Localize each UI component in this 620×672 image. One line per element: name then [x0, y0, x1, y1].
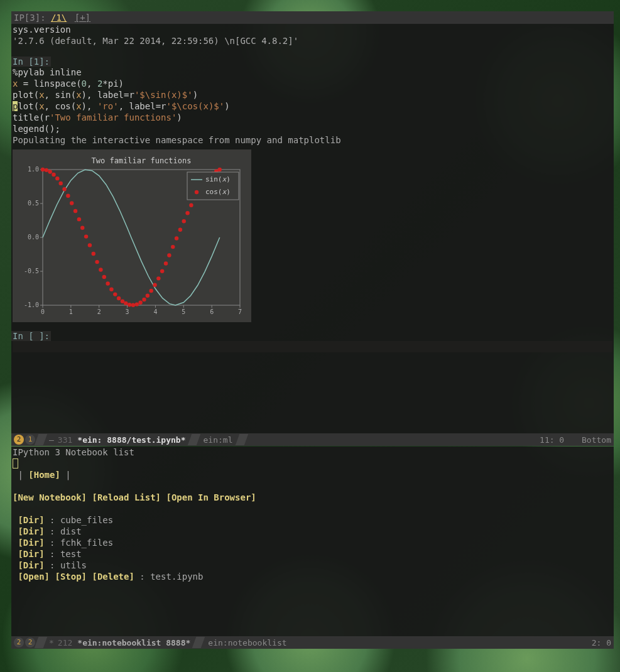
- list-item: [Dir] : fchk_files: [11, 537, 614, 548]
- svg-text:-0.5: -0.5: [24, 268, 39, 274]
- cell1-line2[interactable]: x = linspace(0, 2*pi): [11, 78, 614, 89]
- stop-link[interactable]: [Stop]: [55, 572, 87, 582]
- svg-point-35: [66, 194, 70, 198]
- svg-point-56: [142, 298, 146, 301]
- tab-add[interactable]: [+]: [75, 13, 90, 23]
- chart-svg: Two familiar functions01234567-1.0-0.50.…: [18, 154, 246, 318]
- svg-text:7: 7: [238, 308, 242, 315]
- cell0-output: '2.7.6 (default, Mar 22 2014, 22:59:56) …: [11, 35, 614, 46]
- svg-point-68: [185, 211, 189, 215]
- list-item: [Dir] : test: [11, 548, 614, 560]
- svg-text:-1.0: -1.0: [24, 301, 39, 308]
- svg-point-53: [131, 303, 135, 307]
- svg-text:Two familiar functions: Two familiar functions: [92, 156, 192, 165]
- cell0-input[interactable]: sys.version: [11, 24, 614, 35]
- svg-point-77: [218, 168, 222, 171]
- svg-point-60: [156, 276, 160, 280]
- open-browser-button[interactable]: [Open In Browser]: [166, 492, 256, 502]
- buffer-name: *ein:notebooklist 8888*: [77, 638, 190, 648]
- svg-point-32: [55, 176, 59, 180]
- svg-point-28: [41, 168, 45, 171]
- svg-point-34: [62, 187, 66, 191]
- ml-badge-1: 2: [14, 637, 24, 648]
- open-link[interactable]: [Open]: [18, 572, 50, 582]
- svg-point-37: [73, 209, 77, 213]
- buffer-name: *ein: 8888/test.ipynb*: [77, 435, 185, 445]
- svg-point-63: [167, 253, 171, 257]
- svg-point-65: [175, 236, 178, 240]
- svg-point-67: [182, 219, 186, 223]
- text-cursor: [13, 458, 18, 469]
- scroll-pos: Bottom: [582, 435, 611, 445]
- svg-point-81: [195, 190, 199, 194]
- modeline-top: 2 1 — 331 *ein: 8888/test.ipynb* ein:ml …: [11, 433, 614, 446]
- svg-text:2: 2: [97, 308, 101, 315]
- svg-point-57: [146, 294, 150, 298]
- ml-badge-2: 1: [25, 435, 35, 445]
- svg-text:cos(x): cos(x): [205, 188, 231, 196]
- cell1-output: Populating the interactive namespace fro…: [11, 134, 614, 146]
- list-item: [Dir] : dist: [11, 526, 614, 537]
- new-notebook-button[interactable]: [New Notebook]: [13, 492, 87, 502]
- svg-point-47: [109, 288, 113, 291]
- dir-link[interactable]: [Dir]: [18, 549, 44, 559]
- svg-text:0.0: 0.0: [28, 234, 39, 241]
- svg-point-59: [153, 283, 156, 287]
- svg-point-42: [92, 252, 95, 256]
- svg-text:4: 4: [153, 308, 157, 315]
- list-item: [Dir] : utils: [11, 560, 614, 571]
- svg-point-44: [99, 268, 102, 271]
- svg-point-41: [88, 243, 92, 247]
- delete-link[interactable]: [Delete]: [92, 572, 134, 582]
- svg-point-38: [77, 217, 81, 221]
- home-link[interactable]: [Home]: [28, 470, 60, 480]
- dir-link[interactable]: [Dir]: [18, 526, 44, 536]
- svg-point-48: [113, 292, 117, 296]
- svg-point-46: [106, 281, 109, 285]
- svg-text:0.5: 0.5: [28, 200, 39, 207]
- svg-point-58: [150, 289, 153, 293]
- major-mode: ein:notebooklist: [208, 638, 286, 648]
- line-col: 2: 0: [592, 638, 611, 648]
- svg-point-64: [171, 245, 175, 249]
- tab-bar: IP[3]: /1\ [+]: [11, 11, 614, 24]
- cell1-line6[interactable]: legend();: [11, 123, 614, 134]
- svg-text:6: 6: [210, 308, 214, 315]
- svg-point-52: [128, 303, 131, 306]
- cell1-line1[interactable]: %pylab inline: [11, 67, 614, 78]
- dir-link[interactable]: [Dir]: [18, 560, 44, 570]
- cell2-input-empty[interactable]: [13, 341, 612, 352]
- tab-active[interactable]: /1\: [51, 13, 67, 23]
- svg-point-40: [84, 234, 88, 238]
- svg-text:1: 1: [69, 308, 73, 315]
- svg-point-55: [138, 300, 142, 304]
- cell1-line5[interactable]: title(r'Two familiar functions'): [11, 112, 614, 123]
- reload-list-button[interactable]: [Reload List]: [92, 492, 161, 502]
- svg-text:sin(x): sin(x): [205, 175, 231, 183]
- svg-point-30: [48, 170, 52, 173]
- svg-text:3: 3: [126, 308, 129, 315]
- notebook-editor-pane[interactable]: IP[3]: /1\ [+] sys.version '2.7.6 (defau…: [11, 11, 614, 433]
- svg-point-69: [189, 203, 193, 207]
- dir-link[interactable]: [Dir]: [18, 515, 44, 525]
- cell1-line4[interactable]: plot(x, cos(x), 'ro', label=r'$\cos(x)$'…: [11, 100, 614, 112]
- svg-point-49: [117, 296, 121, 300]
- svg-point-54: [135, 302, 139, 306]
- ml-badge-2: 2: [25, 637, 35, 648]
- notebook-list-pane[interactable]: IPython 3 Notebook list | [Home] | [New …: [11, 447, 614, 636]
- svg-point-66: [178, 228, 182, 232]
- list-item-notebook: [Open] [Stop] [Delete] : test.ipynb: [11, 571, 614, 582]
- svg-text:1.0: 1.0: [28, 166, 39, 173]
- svg-point-39: [80, 226, 84, 230]
- breadcrumb: | [Home] |: [11, 469, 614, 480]
- line-col: 11: 0: [540, 435, 564, 445]
- tab-prefix: IP[3]:: [14, 13, 46, 23]
- dir-link[interactable]: [Dir]: [18, 538, 44, 548]
- svg-text:5: 5: [182, 308, 185, 315]
- nblist-actions: [New Notebook] [Reload List] [Open In Br…: [11, 492, 614, 503]
- matplotlib-output: Two familiar functions01234567-1.0-0.50.…: [13, 149, 251, 322]
- cell1-line3[interactable]: plot(x, sin(x), label=r'$\sin(x)$'): [11, 89, 614, 100]
- major-mode: ein:ml: [204, 435, 233, 445]
- nblist-title: IPython 3 Notebook list: [11, 447, 614, 458]
- svg-point-33: [59, 182, 63, 185]
